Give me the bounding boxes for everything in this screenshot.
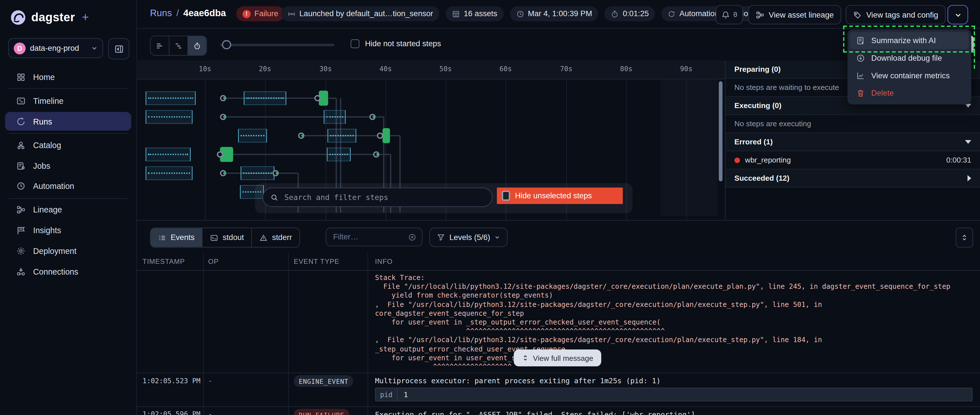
sidebar-item-home[interactable]: Home [5, 67, 131, 86]
column-header-op: OP [208, 258, 219, 265]
gantt-zoom-slider[interactable] [220, 44, 334, 46]
timed-view-button[interactable] [188, 36, 206, 55]
gantt-step-bar-skipped[interactable] [328, 129, 356, 142]
gantt-step-marker [220, 114, 226, 120]
gantt-future-region [661, 80, 718, 215]
hide-unselected-checkbox[interactable] [502, 191, 510, 201]
runs-icon [16, 117, 25, 126]
tab-stdout[interactable]: stdout [202, 228, 251, 247]
sidebar-item-connections[interactable]: Connections [5, 262, 131, 281]
duration-tag: 0:01:25 [605, 6, 655, 21]
step-search-input[interactable] [283, 192, 484, 202]
launched-by-tag[interactable]: Launched by default_aut…tion_sensor [281, 6, 439, 21]
sidebar-item-lineage[interactable]: Lineage [5, 200, 131, 219]
clear-filter-icon[interactable] [408, 233, 416, 241]
view-full-message-button[interactable]: View full message [514, 350, 601, 367]
gantt-step-marker [298, 132, 304, 139]
gantt-scrollbar-thumb[interactable] [719, 81, 722, 182]
search-icon [270, 193, 278, 201]
sensor-icon [288, 10, 296, 18]
deployment-selector[interactable]: D data-eng-prod [8, 38, 103, 58]
gantt-step-bar-skipped[interactable] [146, 147, 191, 161]
gantt-step-bar-succeeded[interactable] [220, 147, 233, 162]
menu-item-view-container-metrics[interactable]: View container metrics [850, 67, 969, 85]
download-icon [856, 54, 865, 63]
gantt-step-bar-skipped[interactable] [244, 91, 286, 105]
section-title: Preparing (0) [735, 65, 781, 74]
menu-item-delete[interactable]: Delete [850, 85, 969, 102]
gantt-zoom-slider-thumb[interactable] [222, 40, 231, 49]
notifications-button[interactable]: 0 [716, 5, 743, 24]
view-full-message-label: View full message [533, 353, 593, 362]
jobs-icon [16, 161, 25, 171]
gantt-step-bar-skipped[interactable] [324, 110, 346, 124]
executing-empty-message: No steps are executing [725, 115, 980, 133]
gantt-connector-line [223, 116, 371, 117]
hide-unselected-steps-highlight: Hide unselected steps [497, 187, 622, 204]
gantt-step-bar-skipped[interactable] [327, 147, 351, 161]
log-row-divider [136, 407, 980, 407]
flat-view-button[interactable] [151, 36, 169, 55]
tab-label: stdout [223, 233, 244, 242]
hide-not-started-checkbox[interactable] [351, 40, 360, 48]
gantt-connector-line [233, 154, 375, 155]
view-asset-lineage-button[interactable]: View asset lineage [748, 5, 841, 24]
gantt-connector-line [329, 97, 336, 99]
waterfall-view-button[interactable] [169, 36, 188, 55]
expand-log-panel-button[interactable] [956, 228, 973, 247]
tab-events[interactable]: Events [151, 228, 202, 247]
dagster-logo[interactable]: dagster+ [10, 10, 89, 26]
sidebar-item-automation[interactable]: Automation [5, 176, 131, 195]
status-badge: ! Failure [236, 6, 285, 21]
levels-filter-dropdown[interactable]: Levels (5/6) [429, 228, 508, 247]
sidebar-item-runs[interactable]: Runs [5, 112, 131, 131]
sidebar-item-jobs[interactable]: Jobs [5, 156, 131, 175]
column-divider [203, 252, 204, 415]
errored-step-row[interactable]: wbr_reporting 0:00:31 [725, 151, 980, 169]
gantt-step-bar-skipped[interactable] [146, 110, 192, 124]
metadata-key: pid [376, 388, 398, 401]
steps-section-errored[interactable]: Errored (1) [725, 133, 980, 151]
gantt-step-bar-succeeded[interactable] [383, 128, 390, 143]
steps-section-succeeded[interactable]: Succeeded (12) [725, 169, 980, 187]
view-tags-and-config-button[interactable]: View tags and config [846, 5, 946, 24]
octopus-logo-icon [10, 10, 26, 26]
automation-condition-tag[interactable]: Automation condition [661, 6, 759, 21]
section-title: Succeeded (12) [735, 174, 789, 183]
assets-grid-icon [452, 10, 460, 18]
sidebar-item-label: Runs [33, 117, 52, 126]
log-filter-input[interactable] [332, 232, 404, 242]
sidebar-divider [9, 88, 127, 89]
gantt-step-bar-skipped[interactable] [146, 91, 196, 105]
clock-icon [516, 10, 524, 18]
column-divider [288, 252, 289, 415]
gantt-connector-line [301, 135, 381, 136]
sidebar-item-insights[interactable]: Insights [5, 221, 131, 239]
collapse-sidebar-button[interactable] [108, 38, 129, 59]
chevron-down-icon [954, 11, 962, 18]
gantt-step-bar-succeeded[interactable] [319, 91, 328, 106]
sidebar-item-label: Insights [33, 225, 61, 235]
gantt-step-bar-skipped[interactable] [146, 166, 192, 180]
gantt-step-marker [272, 170, 279, 176]
tab-stderr[interactable]: stderr [251, 228, 300, 247]
sidebar-item-deployment[interactable]: Deployment [5, 241, 131, 260]
run-actions-dropdown-button[interactable] [947, 5, 968, 24]
terminal-icon [210, 233, 218, 242]
sidebar-item-catalog[interactable]: Catalog [5, 136, 131, 154]
breadcrumb-runs-link[interactable]: Runs [150, 7, 172, 18]
log-event-type-badge: ENGINE_EVENT [294, 375, 353, 387]
step-name: wbr_reporting [745, 156, 791, 164]
brand-name: dagster [31, 11, 75, 24]
event-list-icon [158, 233, 167, 242]
sidebar-item-label: Timeline [33, 96, 64, 105]
chevron-down-icon [495, 235, 500, 240]
connections-icon [16, 267, 25, 276]
annotation-highlight-box [843, 26, 975, 53]
sidebar-item-timeline[interactable]: Timeline [5, 91, 131, 110]
sidebar-item-label: Automation [33, 181, 74, 190]
gantt-step-bar-skipped[interactable] [241, 166, 275, 180]
empty-message: No steps are executing [735, 120, 811, 128]
gantt-step-bar-skipped[interactable] [238, 129, 267, 142]
assets-count-tag[interactable]: 16 assets [446, 6, 504, 21]
